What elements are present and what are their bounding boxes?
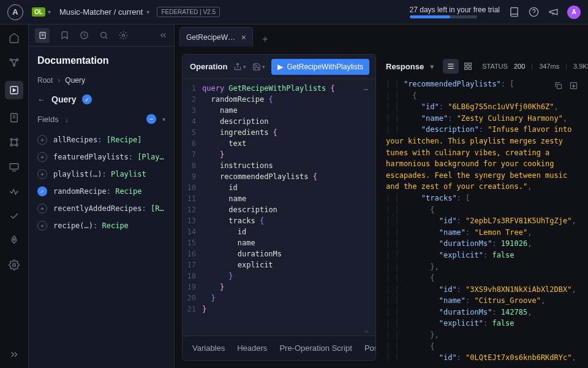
svg-rect-13	[10, 164, 18, 169]
svg-rect-26	[465, 63, 467, 66]
field-item[interactable]: +playlist(…): Playlist	[29, 166, 174, 183]
gear-icon[interactable]	[118, 31, 128, 40]
editor-tab[interactable]: GetRecipeWit… ×	[179, 27, 253, 47]
left-nav-rail	[0, 25, 29, 368]
sort-icon[interactable]: ↓	[65, 115, 69, 124]
json-view-button[interactable]	[443, 59, 459, 74]
svg-rect-29	[469, 67, 471, 69]
add-tab-button[interactable]: +	[258, 32, 273, 47]
response-panel: Response ▾ STATUS 200 | 347ms | 3.9	[383, 54, 581, 361]
export-icon[interactable]	[569, 81, 578, 94]
user-avatar[interactable]: A	[567, 6, 581, 19]
check-icon[interactable]: ✓	[37, 186, 47, 196]
graph-icon[interactable]	[8, 56, 20, 69]
chevron-down-icon[interactable]: ▾	[48, 9, 51, 15]
response-size: 3.9KB	[573, 63, 588, 70]
org-badge[interactable]: OL	[32, 7, 45, 17]
play-icon: ▶	[277, 63, 283, 71]
launches-icon[interactable]	[8, 234, 20, 247]
response-title: Response	[386, 62, 424, 71]
tab-label: GetRecipeWit…	[186, 33, 236, 42]
docs-panel: Documentation Root › Query ← Query ✓ Fie…	[29, 25, 175, 368]
explorer-icon[interactable]	[5, 81, 23, 99]
svg-point-9	[10, 139, 12, 140]
topbar: A OL ▾ Music-Matcher / current ▾ FEDERAT…	[0, 0, 588, 25]
history-icon[interactable]	[79, 31, 89, 40]
docs-toolbar	[29, 25, 174, 47]
trial-text: 27 days left in your free trial	[410, 6, 500, 14]
plus-icon[interactable]: +	[37, 169, 47, 179]
operation-bottom-tab[interactable]: Variables	[192, 343, 225, 353]
svg-point-16	[13, 264, 16, 267]
svg-point-11	[10, 144, 12, 146]
svg-point-4	[13, 64, 15, 66]
response-json[interactable]: │ │ "recommendedPlaylists": [ │ │ { │ │ …	[386, 79, 581, 361]
operation-panel: Operation ▾ ▾ ▶ GetRecipeWithPlaylists ⋯…	[182, 54, 376, 361]
run-button-label: GetRecipeWithPlaylists	[287, 63, 363, 71]
settings-icon[interactable]	[8, 259, 20, 271]
kebab-menu-icon[interactable]: ⋯	[364, 84, 368, 95]
schema-icon[interactable]	[8, 112, 20, 124]
chevron-down-icon[interactable]: ▾	[430, 62, 434, 71]
chevron-down-icon[interactable]: ▾	[162, 116, 165, 123]
project-selector[interactable]: Music-Matcher / current ▾ FEDERATED | V2…	[59, 7, 220, 17]
share-icon[interactable]: ▾	[233, 63, 246, 71]
chevron-down-icon: ▾	[146, 9, 149, 15]
operation-bottom-tab[interactable]: Pre-Operation Script	[279, 343, 352, 353]
table-view-button[interactable]	[460, 59, 476, 74]
operation-bottom-tab[interactable]: Post-Ope	[364, 343, 375, 353]
megaphone-icon[interactable]	[548, 7, 559, 18]
svg-line-21	[105, 37, 107, 39]
code-editor[interactable]: ⋯ 123456789101112131415161718192021 quer…	[183, 79, 375, 327]
docs-tab-icon[interactable]	[35, 28, 50, 43]
svg-point-15	[13, 239, 15, 240]
fields-label: Fields	[37, 115, 59, 124]
copy-icon[interactable]	[554, 81, 563, 94]
svg-rect-28	[465, 67, 467, 69]
bookmark-icon[interactable]	[59, 31, 69, 40]
response-time: 347ms	[539, 63, 559, 70]
checks-icon[interactable]	[8, 210, 20, 222]
code-footer-indicator: ▭	[183, 327, 375, 335]
deselect-all-icon[interactable]: −	[146, 114, 156, 124]
save-icon[interactable]: ▾	[252, 63, 265, 71]
search-icon[interactable]	[99, 31, 108, 40]
field-item[interactable]: +allRecipes: [Recipe]	[29, 131, 174, 148]
docs-title: Documentation	[37, 55, 165, 66]
trial-status: 27 days left in your free trial	[410, 6, 500, 18]
subgraph-icon[interactable]	[8, 136, 20, 148]
field-item[interactable]: ✓randomRecipe: Recipe	[29, 183, 174, 200]
close-icon[interactable]: ×	[241, 33, 246, 42]
plus-icon[interactable]: +	[37, 135, 47, 145]
svg-rect-30	[557, 85, 562, 89]
operation-bottom-tab[interactable]: Headers	[237, 343, 267, 353]
plus-icon[interactable]: +	[37, 221, 47, 231]
breadcrumb: Root › Query	[29, 71, 174, 90]
back-arrow-icon[interactable]: ←	[37, 95, 45, 104]
apollo-logo[interactable]: A	[7, 4, 23, 20]
status-label: STATUS	[482, 63, 508, 70]
svg-point-12	[16, 144, 18, 146]
clients-icon[interactable]	[8, 161, 20, 173]
field-item[interactable]: +recipe(…): Recipe	[29, 217, 174, 234]
svg-point-10	[16, 139, 18, 140]
insights-icon[interactable]	[8, 185, 20, 197]
help-icon[interactable]	[528, 7, 539, 18]
home-icon[interactable]	[8, 32, 20, 44]
field-item[interactable]: +recentlyAddedRecipes: [R…	[29, 200, 174, 217]
plus-icon[interactable]: +	[37, 152, 47, 162]
trial-progress	[410, 15, 477, 18]
operation-bottom-tabs: VariablesHeadersPre-Operation ScriptPost…	[183, 335, 375, 360]
plus-icon[interactable]: +	[37, 204, 47, 213]
collapse-panel-icon[interactable]	[158, 31, 168, 40]
variant-badge: FEDERATED | V2.5	[157, 7, 220, 17]
editor-tabs: GetRecipeWit… × +	[175, 25, 588, 47]
field-item[interactable]: +featuredPlaylists: [Play…	[29, 148, 174, 166]
run-operation-button[interactable]: ▶ GetRecipeWithPlaylists	[271, 59, 369, 75]
breadcrumb-current: Query	[65, 76, 85, 85]
project-path: Music-Matcher / current	[59, 7, 143, 17]
expand-rail-icon[interactable]	[8, 348, 20, 361]
breadcrumb-root[interactable]: Root	[37, 76, 53, 85]
field-list: +allRecipes: [Recipe]+featuredPlaylists:…	[29, 129, 174, 237]
book-icon[interactable]	[508, 7, 519, 18]
